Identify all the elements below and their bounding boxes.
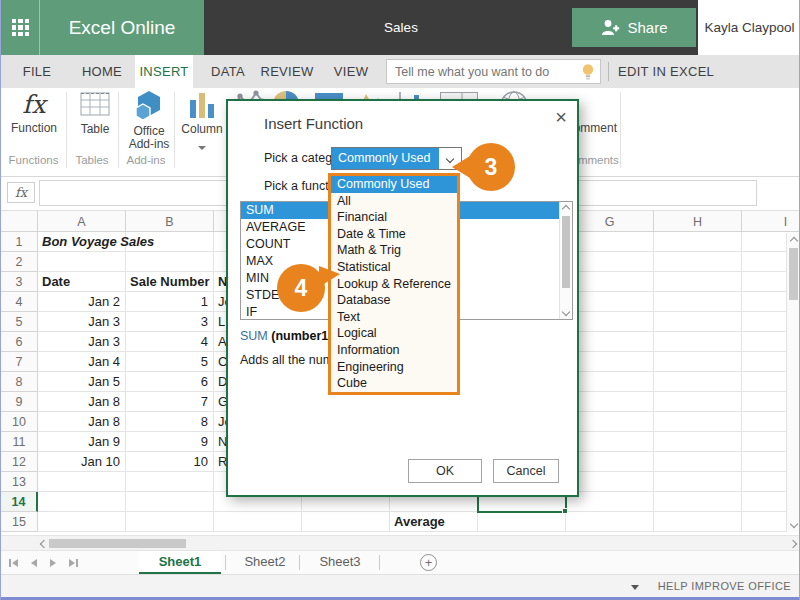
horizontal-scrollbar[interactable] bbox=[1, 535, 800, 550]
add-sheet-button[interactable]: + bbox=[420, 554, 437, 571]
column-header-B[interactable]: B bbox=[126, 210, 214, 232]
category-option-text[interactable]: Text bbox=[331, 309, 457, 326]
sheet-tab-sheet2[interactable]: Sheet2 bbox=[229, 551, 301, 574]
vertical-scroll-thumb[interactable] bbox=[789, 248, 798, 300]
prev-sheet-icon[interactable] bbox=[31, 559, 37, 567]
menu-tab-file[interactable]: FILE bbox=[13, 55, 61, 88]
row-header-7[interactable]: 7 bbox=[1, 352, 38, 372]
scroll-up-icon[interactable] bbox=[790, 237, 798, 245]
menu-tab-view[interactable]: VIEW bbox=[329, 55, 373, 88]
table-button[interactable]: Table bbox=[69, 90, 121, 136]
select-all-corner[interactable] bbox=[1, 210, 38, 232]
cell-A5[interactable]: Jan 3 bbox=[38, 312, 126, 332]
cell-A10[interactable]: Jan 8 bbox=[38, 412, 126, 432]
category-option-financial[interactable]: Financial bbox=[331, 209, 457, 226]
cell-B5[interactable]: 3 bbox=[126, 312, 214, 332]
tell-me-box[interactable] bbox=[386, 59, 601, 84]
cancel-button[interactable]: Cancel bbox=[493, 459, 559, 483]
row-header-3[interactable]: 3 bbox=[1, 272, 38, 292]
row-header-1[interactable]: 1 bbox=[1, 232, 38, 252]
row-header-6[interactable]: 6 bbox=[1, 332, 38, 352]
tell-me-input[interactable] bbox=[387, 65, 581, 79]
category-option-information[interactable]: Information bbox=[331, 342, 457, 359]
cell-B8[interactable]: 6 bbox=[126, 372, 214, 392]
document-title[interactable]: Sales bbox=[204, 0, 598, 55]
fill-handle[interactable] bbox=[562, 508, 568, 514]
row-header-11[interactable]: 11 bbox=[1, 432, 38, 452]
cell-B12[interactable]: 10 bbox=[126, 452, 214, 472]
category-option-math-trig[interactable]: Math & Trig bbox=[331, 242, 457, 259]
category-select[interactable]: Commonly Used bbox=[331, 147, 462, 170]
category-option-commonly-used[interactable]: Commonly Used bbox=[331, 176, 457, 193]
cell-B7[interactable]: 5 bbox=[126, 352, 214, 372]
column-header-I[interactable]: I bbox=[742, 210, 800, 232]
function-button[interactable]: fx Function bbox=[5, 90, 63, 135]
function-list-scroll-thumb[interactable] bbox=[562, 216, 570, 288]
scroll-down-icon[interactable] bbox=[562, 308, 570, 316]
cell-A6[interactable]: Jan 3 bbox=[38, 332, 126, 352]
row-header-5[interactable]: 5 bbox=[1, 312, 38, 332]
cell-A9[interactable]: Jan 8 bbox=[38, 392, 126, 412]
column-header-G[interactable]: G bbox=[566, 210, 654, 232]
category-option-logical[interactable]: Logical bbox=[331, 325, 457, 342]
edit-in-excel-link[interactable]: EDIT IN EXCEL bbox=[618, 55, 714, 88]
row-header-14[interactable]: 14 bbox=[1, 492, 38, 512]
sheet-tab-sheet1[interactable]: Sheet1 bbox=[139, 551, 221, 574]
category-option-engineering[interactable]: Engineering bbox=[331, 359, 457, 376]
menu-tab-data[interactable]: DATA bbox=[205, 55, 251, 88]
fx-button[interactable]: fx bbox=[7, 182, 35, 203]
column-chart-button[interactable]: Column bbox=[179, 90, 225, 153]
scroll-right-icon[interactable] bbox=[789, 540, 797, 548]
app-launcher-button[interactable] bbox=[1, 0, 40, 55]
menu-tab-insert[interactable]: INSERT bbox=[135, 55, 193, 88]
category-dropdown[interactable]: Commonly UsedAllFinancialDate & TimeMath… bbox=[328, 173, 460, 395]
sheet-tab-sheet3[interactable]: Sheet3 bbox=[301, 551, 379, 574]
vertical-scrollbar[interactable] bbox=[786, 233, 800, 532]
column-header-A[interactable]: A bbox=[38, 210, 126, 232]
column-header-H[interactable]: H bbox=[654, 210, 742, 232]
scroll-up-icon[interactable] bbox=[562, 205, 570, 213]
scroll-left-icon[interactable] bbox=[40, 540, 48, 548]
row-header-8[interactable]: 8 bbox=[1, 372, 38, 392]
row-header-12[interactable]: 12 bbox=[1, 452, 38, 472]
category-option-cube[interactable]: Cube bbox=[331, 375, 457, 392]
category-option-lookup-reference[interactable]: Lookup & Reference bbox=[331, 276, 457, 293]
help-improve-office-link[interactable]: HELP IMPROVE OFFICE bbox=[658, 575, 791, 598]
cell-A1[interactable]: Bon Voyage Sales bbox=[38, 232, 214, 252]
next-sheet-icon[interactable] bbox=[50, 559, 56, 567]
menu-tab-review[interactable]: REVIEW bbox=[257, 55, 317, 88]
row-header-10[interactable]: 10 bbox=[1, 412, 38, 432]
cell-E15[interactable]: Average bbox=[390, 512, 478, 532]
row-header-2[interactable]: 2 bbox=[1, 252, 38, 272]
cell-A8[interactable]: Jan 5 bbox=[38, 372, 126, 392]
ok-button[interactable]: OK bbox=[408, 459, 482, 483]
cell-A3[interactable]: Date bbox=[38, 272, 126, 292]
last-sheet-icon[interactable] bbox=[69, 559, 78, 567]
category-option-statistical[interactable]: Statistical bbox=[331, 259, 457, 276]
cell-B9[interactable]: 7 bbox=[126, 392, 214, 412]
category-option-date-time[interactable]: Date & Time bbox=[331, 226, 457, 243]
row-header-4[interactable]: 4 bbox=[1, 292, 38, 312]
row-header-15[interactable]: 15 bbox=[1, 512, 38, 532]
status-caret-icon[interactable] bbox=[631, 585, 639, 590]
share-button[interactable]: Share bbox=[572, 8, 696, 47]
cell-A4[interactable]: Jan 2 bbox=[38, 292, 126, 312]
first-sheet-icon[interactable] bbox=[9, 559, 18, 567]
cell-B6[interactable]: 4 bbox=[126, 332, 214, 352]
row-header-13[interactable]: 13 bbox=[1, 472, 38, 492]
scroll-down-icon[interactable] bbox=[790, 520, 798, 528]
cell-B3[interactable]: Sale Number bbox=[126, 272, 214, 292]
cell-B4[interactable]: 1 bbox=[126, 292, 214, 312]
category-option-database[interactable]: Database bbox=[331, 292, 457, 309]
cell-A7[interactable]: Jan 4 bbox=[38, 352, 126, 372]
user-name[interactable]: Kayla Claypool bbox=[698, 0, 800, 55]
row-header-9[interactable]: 9 bbox=[1, 392, 38, 412]
function-list-scrollbar[interactable] bbox=[559, 202, 572, 319]
cell-B11[interactable]: 9 bbox=[126, 432, 214, 452]
cell-A12[interactable]: Jan 10 bbox=[38, 452, 126, 472]
cell-A11[interactable]: Jan 9 bbox=[38, 432, 126, 452]
category-option-all[interactable]: All bbox=[331, 193, 457, 210]
office-addins-button[interactable]: Office Add-ins bbox=[121, 90, 177, 151]
menu-tab-home[interactable]: HOME bbox=[75, 55, 129, 88]
horizontal-scroll-thumb[interactable] bbox=[49, 539, 186, 548]
